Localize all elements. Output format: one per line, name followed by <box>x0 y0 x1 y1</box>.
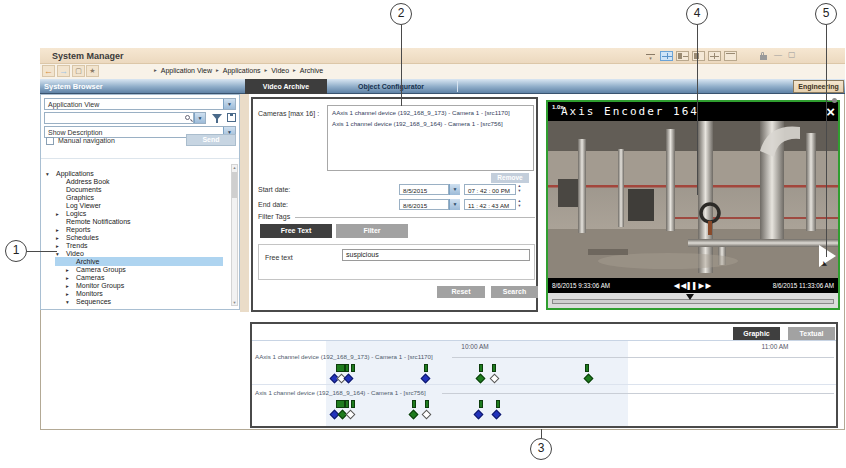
tree-collapsed-icon[interactable]: ▸ <box>66 267 69 273</box>
sidebar-item-logics[interactable]: ▸Logics <box>41 210 231 218</box>
search-input[interactable] <box>44 112 194 124</box>
chevron-down-icon[interactable]: ▼ <box>223 99 235 109</box>
layout-two-pane-icon[interactable] <box>692 51 705 61</box>
breadcrumb-item[interactable]: Archive <box>300 67 323 74</box>
tree-collapsed-icon[interactable]: ▸ <box>56 227 59 233</box>
sidebar-item-documents[interactable]: Documents <box>41 186 231 194</box>
free-text-input[interactable]: suspicious <box>342 249 530 261</box>
engineering-button[interactable]: Engineering <box>793 80 844 93</box>
pause-icon[interactable]: ▌▌ <box>687 282 698 289</box>
recording-segment-marker[interactable] <box>492 364 496 372</box>
end-date-field[interactable]: 8/6/2015 <box>399 199 449 210</box>
textual-button[interactable]: Textual <box>788 327 835 340</box>
maximize-button[interactable]: ▢ <box>788 50 796 60</box>
tree-expanded-icon[interactable]: ▾ <box>46 171 49 177</box>
free-text-tab[interactable]: Free Text <box>260 224 332 238</box>
start-date-field[interactable]: 8/5/2015 <box>399 184 449 195</box>
recording-segment-marker[interactable] <box>345 400 349 408</box>
back-button[interactable]: ← <box>42 65 55 77</box>
layout-left-pane-icon[interactable] <box>676 51 689 61</box>
camera-list-item[interactable]: AAxis 1 channel device (192_168_9_173) -… <box>328 106 533 117</box>
scroll-up-icon[interactable]: ▲ <box>232 165 237 170</box>
breadcrumb-item[interactable]: Applications <box>223 67 261 74</box>
camera-list-item[interactable]: Axis 1 channel device (192_168_9_164) - … <box>328 117 533 128</box>
manual-navigation-checkbox[interactable] <box>46 137 54 145</box>
recording-segment-marker[interactable] <box>479 400 483 408</box>
video-seek-slider[interactable] <box>548 293 838 308</box>
sidebar-item-trends[interactable]: ▸Trends <box>41 242 231 250</box>
sidebar-item-address-book[interactable]: Address Book <box>41 178 231 186</box>
end-date-calendar-button[interactable]: ▼ <box>449 199 460 210</box>
reset-button[interactable]: Reset <box>437 286 485 298</box>
rewind-icon[interactable]: ◀◀ <box>674 281 688 290</box>
recording-segment-marker[interactable] <box>351 364 355 372</box>
filter-tab[interactable]: Filter <box>336 224 408 238</box>
scroll-down-icon[interactable]: ▼ <box>232 300 237 305</box>
sidebar-item-archive[interactable]: Archive <box>41 258 231 266</box>
sidebar-item-schedules[interactable]: ▸Schedules <box>41 234 231 242</box>
search-dropdown-button[interactable]: ▼ <box>194 112 206 124</box>
tab-video-archive[interactable]: Video Archive <box>245 79 327 94</box>
remove-button[interactable]: Remove <box>491 173 529 183</box>
recording-segment-marker[interactable] <box>424 364 428 372</box>
sidebar-item-monitor-groups[interactable]: ▸Monitor Groups <box>41 282 231 290</box>
search-button[interactable]: Search <box>491 286 538 298</box>
window-mode-button[interactable]: ▢ <box>72 65 85 77</box>
sidebar-item-cameras[interactable]: ▸Cameras <box>41 274 231 282</box>
breadcrumb-item[interactable]: Application View <box>161 67 212 74</box>
sidebar-item-sequences[interactable]: ▾Sequences <box>41 298 231 306</box>
tree-collapsed-icon[interactable]: ▸ <box>66 291 69 297</box>
forward-button[interactable]: → <box>57 65 70 77</box>
recording-segment-marker[interactable] <box>345 364 349 372</box>
recording-segment-marker[interactable] <box>585 364 589 372</box>
tree-expanded-icon[interactable]: ▾ <box>66 299 69 305</box>
view-selector-dropdown[interactable]: Application View ▼ <box>44 98 236 110</box>
recording-segment-marker[interactable] <box>479 364 483 372</box>
start-time-spinner[interactable]: ▲▼ <box>516 184 523 195</box>
playback-controls[interactable]: ◀◀▌▌▶▶ <box>674 281 712 290</box>
seek-thumb[interactable] <box>686 294 694 300</box>
tab-object-configurator[interactable]: Object Configurator <box>327 79 455 94</box>
sidebar-item-camera-groups[interactable]: ▸Camera Groups <box>41 266 231 274</box>
end-time-spinner[interactable]: ▲▼ <box>516 199 523 210</box>
tree-collapsed-icon[interactable]: ▸ <box>66 283 69 289</box>
end-time-field[interactable]: 11 : 42 : 43 AM <box>464 199 516 210</box>
start-date-calendar-button[interactable]: ▼ <box>449 184 460 195</box>
end-date-value: 8/6/2015 <box>403 202 427 209</box>
send-button[interactable]: Send <box>186 134 236 146</box>
sidebar-item-reports[interactable]: ▸Reports <box>41 226 231 234</box>
scrollbar-thumb[interactable] <box>232 172 237 198</box>
free-text-label: Free text <box>265 254 293 261</box>
recording-segment-marker[interactable] <box>425 400 429 408</box>
recording-segment-marker[interactable] <box>336 364 345 372</box>
sidebar-item-applications[interactable]: ▾Applications <box>41 170 231 178</box>
layout-single-pane-icon[interactable] <box>724 51 737 61</box>
save-icon[interactable] <box>227 113 236 122</box>
recording-segment-marker[interactable] <box>496 400 500 408</box>
layout-grid-icon[interactable] <box>660 51 673 61</box>
panel-splitter[interactable] <box>240 94 249 312</box>
tree-collapsed-icon[interactable]: ▸ <box>56 235 59 241</box>
favorites-button[interactable]: ★ <box>86 65 99 77</box>
close-icon[interactable]: × <box>826 102 835 121</box>
tree-collapsed-icon[interactable]: ▸ <box>56 211 59 217</box>
tree-collapsed-icon[interactable]: ▸ <box>66 275 69 281</box>
camera-list[interactable]: AAxis 1 channel device (192_168_9_173) -… <box>327 105 534 171</box>
tree-scrollbar[interactable]: ▲ ▼ <box>231 164 238 306</box>
minimize-button[interactable]: — <box>774 50 782 60</box>
graphic-button[interactable]: Graphic <box>733 327 780 340</box>
auto-hide-pin-icon[interactable] <box>832 98 837 103</box>
collapse-pin-icon[interactable]: ▾ <box>646 54 655 64</box>
layout-quad-pane-icon[interactable] <box>708 51 721 61</box>
breadcrumb-item[interactable]: Video <box>271 67 289 74</box>
sidebar-item-monitors[interactable]: ▸Monitors <box>41 290 231 298</box>
sidebar-item-remote-notifications[interactable]: Remote Notifications <box>41 218 231 226</box>
recording-segment-marker[interactable] <box>351 400 355 408</box>
fast-forward-icon[interactable]: ▶▶ <box>699 281 713 290</box>
recording-segment-marker[interactable] <box>412 400 416 408</box>
start-time-field[interactable]: 07 : 42 : 00 PM <box>464 184 516 195</box>
sidebar-item-log-viewer[interactable]: Log Viewer <box>41 202 231 210</box>
tree-collapsed-icon[interactable]: ▸ <box>56 243 59 249</box>
recording-segment-marker[interactable] <box>336 400 345 408</box>
sidebar-item-graphics[interactable]: Graphics <box>41 194 231 202</box>
